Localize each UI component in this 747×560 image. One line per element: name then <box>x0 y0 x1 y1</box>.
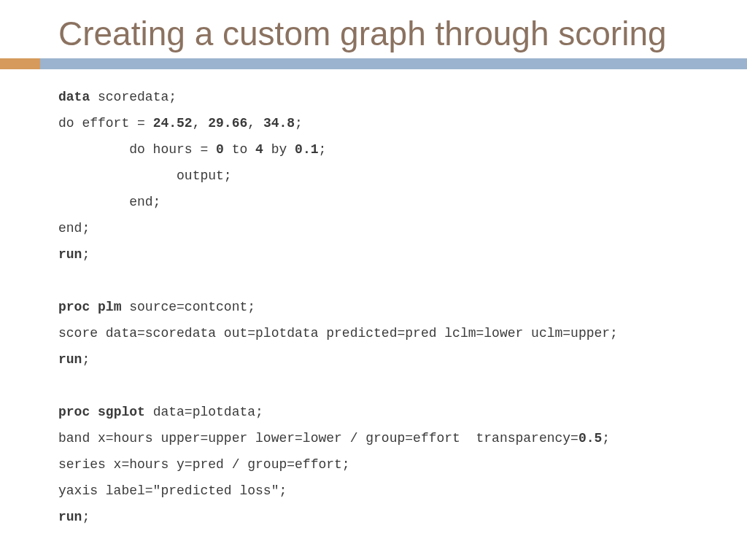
slide-title: Creating a custom graph through scoring <box>0 0 747 55</box>
code-line: series x=hours y=pred / group=effort; <box>58 451 689 478</box>
code-line: end; <box>58 189 689 215</box>
slide: Creating a custom graph through scoring … <box>0 0 747 560</box>
code-line: yaxis label="predicted loss"; <box>58 478 689 504</box>
code-line: run; <box>58 241 689 268</box>
code-line: output; <box>58 163 689 189</box>
code-line: score data=scoredata out=plotdata predic… <box>58 320 689 346</box>
code-line <box>58 373 689 399</box>
divider-bar <box>0 58 747 69</box>
code-line: proc plm source=contcont; <box>58 294 689 320</box>
code-line <box>58 268 689 294</box>
code-line: do effort = 24.52, 29.66, 34.8; <box>58 110 689 136</box>
code-line: end; <box>58 215 689 241</box>
code-line: data scoredata; <box>58 84 689 110</box>
code-line: proc sgplot data=plotdata; <box>58 399 689 425</box>
code-line: run; <box>58 346 689 373</box>
code-line: band x=hours upper=upper lower=lower / g… <box>58 425 689 451</box>
divider-accent <box>0 58 40 69</box>
code-line: do hours = 0 to 4 by 0.1; <box>58 136 689 163</box>
code-line: run; <box>58 504 689 530</box>
code-content: data scoredata; do effort = 24.52, 29.66… <box>0 69 747 530</box>
